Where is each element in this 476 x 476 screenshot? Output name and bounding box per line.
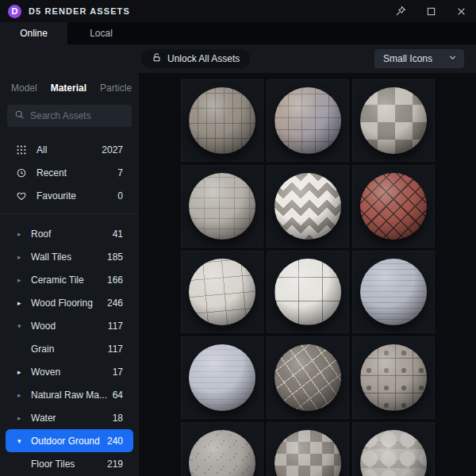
category-count: 219 bbox=[107, 459, 123, 470]
d5-logo: D bbox=[8, 5, 21, 18]
sidebar-item-all[interactable]: All2027 bbox=[0, 138, 139, 161]
category-label: Water bbox=[31, 413, 56, 424]
material-sphere-speckled-concrete bbox=[189, 430, 255, 476]
sidebar-item-count: 2027 bbox=[102, 144, 123, 155]
category-count: 240 bbox=[107, 436, 123, 447]
material-cell-white-stone-slabs[interactable] bbox=[181, 251, 263, 333]
category-label: Wood bbox=[31, 321, 56, 332]
tab-online[interactable]: Online bbox=[0, 22, 67, 44]
toolbar: Unlock All Assets Small Icons bbox=[0, 44, 476, 73]
category-count: 117 bbox=[108, 321, 123, 332]
maximize-icon[interactable] bbox=[426, 6, 436, 17]
chevron-right-icon: ▸ bbox=[17, 276, 27, 284]
material-cell-speckled-concrete[interactable] bbox=[181, 422, 263, 476]
category-count: 166 bbox=[107, 274, 123, 286]
category-count: 41 bbox=[113, 228, 123, 240]
asset-type-tabs: Model Material Particle bbox=[0, 79, 139, 102]
material-sphere-gray-stone-pavers bbox=[189, 87, 255, 154]
sidebar-item-count: 7 bbox=[117, 167, 123, 178]
chevron-right-icon: ▸ bbox=[17, 299, 27, 307]
material-cell-hexagon-tile[interactable] bbox=[352, 422, 435, 476]
chevron-down-icon: ▾ bbox=[17, 437, 27, 445]
sidebar-item-label: Favourite bbox=[36, 190, 76, 202]
material-cell-white-large-tiles[interactable] bbox=[267, 251, 349, 333]
icon-size-dropdown-value: Small Icons bbox=[383, 53, 432, 64]
category-item-ceramic-tile[interactable]: ▸Ceramic Tile166 bbox=[6, 268, 133, 291]
material-sphere-mixed-stone-tiles bbox=[274, 87, 341, 154]
category-item-natural-raw-ma[interactable]: ▸Natural Raw Ma...64 bbox=[6, 383, 133, 406]
category-label: Natural Raw Ma... bbox=[31, 390, 107, 401]
material-sphere-chevron-zigzag-tile bbox=[274, 173, 341, 240]
category-label: Outdoor Ground bbox=[31, 436, 100, 447]
category-label: Grain bbox=[31, 344, 54, 355]
chevron-right-icon: ▸ bbox=[17, 391, 27, 399]
titlebar: D D5 RENDER ASSETS bbox=[0, 0, 476, 22]
category-item-roof[interactable]: ▸Roof41 bbox=[6, 222, 133, 245]
category-item-water[interactable]: ▸Water18 bbox=[6, 406, 133, 429]
chevron-down-icon bbox=[448, 53, 457, 64]
category-label: Floor Tiles bbox=[31, 459, 75, 470]
material-cell-chevron-zigzag-tile[interactable] bbox=[267, 165, 349, 248]
category-label: Roof bbox=[31, 228, 51, 240]
materials-grid-area bbox=[139, 73, 476, 476]
sidebar-categories: ▸Roof41▸Wall Tiles185▸Ceramic Tile166▸Wo… bbox=[0, 222, 139, 475]
icon-size-dropdown[interactable]: Small Icons bbox=[374, 49, 464, 68]
sidebar-item-recent[interactable]: Recent7 bbox=[0, 161, 139, 184]
category-item-wood[interactable]: ▾Wood117 bbox=[6, 314, 133, 337]
search-icon bbox=[14, 109, 25, 123]
sidebar-divider bbox=[0, 213, 139, 214]
chevron-right-icon: ▸ bbox=[17, 368, 27, 376]
material-sphere-cracked-flagstone bbox=[274, 344, 341, 411]
material-sphere-hexagon-tile bbox=[360, 430, 427, 476]
material-sphere-ornate-pattern-tile bbox=[360, 344, 427, 411]
category-item-floor-tiles[interactable]: Floor Tiles219 bbox=[6, 452, 133, 475]
category-item-outdoor-ground[interactable]: ▾Outdoor Ground240 bbox=[6, 429, 133, 452]
tab-local[interactable]: Local bbox=[67, 22, 135, 44]
material-sphere-large-checker-concrete bbox=[360, 87, 427, 154]
category-label: Woven bbox=[31, 367, 60, 378]
category-item-wall-tiles[interactable]: ▸Wall Tiles185 bbox=[6, 245, 133, 268]
material-cell-gray-stone-pavers[interactable] bbox=[181, 79, 263, 162]
material-cell-red-herringbone-brick[interactable] bbox=[352, 165, 435, 248]
tab-material[interactable]: Material bbox=[51, 83, 86, 94]
window-controls bbox=[395, 6, 466, 17]
tab-particle[interactable]: Particle bbox=[100, 83, 132, 94]
category-count: 18 bbox=[113, 413, 123, 424]
material-cell-light-gray-brick[interactable] bbox=[181, 165, 263, 248]
sidebar-item-label: All bbox=[36, 144, 47, 155]
material-sphere-pale-blue-plank-siding bbox=[360, 259, 427, 325]
sidebar-item-label: Recent bbox=[36, 167, 67, 178]
material-cell-pale-blue-smooth-panel[interactable] bbox=[181, 336, 263, 419]
material-cell-ornate-pattern-tile[interactable] bbox=[352, 336, 435, 419]
material-cell-small-checker-concrete[interactable] bbox=[267, 422, 349, 476]
unlock-button-label: Unlock All Assets bbox=[167, 53, 240, 64]
material-cell-large-checker-concrete[interactable] bbox=[352, 79, 435, 162]
unlock-all-assets-button[interactable]: Unlock All Assets bbox=[141, 49, 250, 68]
category-item-grain[interactable]: Grain117 bbox=[6, 337, 133, 360]
category-label: Wood Flooring bbox=[31, 298, 93, 309]
sidebar-item-count: 0 bbox=[117, 190, 123, 202]
heart-icon bbox=[16, 190, 28, 202]
material-sphere-white-large-tiles bbox=[274, 259, 341, 325]
material-cell-pale-blue-plank-siding[interactable] bbox=[352, 251, 435, 333]
category-item-wood-flooring[interactable]: ▸Wood Flooring246 bbox=[6, 291, 133, 314]
material-sphere-red-herringbone-brick bbox=[360, 173, 427, 240]
material-cell-mixed-stone-tiles[interactable] bbox=[267, 79, 349, 162]
main-area: Model Material Particle All2027Recent7Fa… bbox=[0, 73, 476, 476]
category-count: 117 bbox=[108, 344, 123, 355]
sidebar-item-favourite[interactable]: Favourite0 bbox=[0, 184, 139, 207]
category-item-woven[interactable]: ▸Woven17 bbox=[6, 360, 133, 383]
search-input[interactable] bbox=[30, 110, 125, 121]
tab-model[interactable]: Model bbox=[11, 83, 37, 94]
close-icon[interactable] bbox=[456, 6, 466, 17]
material-cell-cracked-flagstone[interactable] bbox=[267, 336, 349, 419]
category-count: 246 bbox=[107, 298, 123, 309]
source-tabstrip: Online Local bbox=[0, 22, 476, 44]
category-label: Wall Tiles bbox=[31, 251, 71, 263]
pin-icon[interactable] bbox=[395, 6, 406, 17]
material-sphere-pale-blue-smooth-panel bbox=[189, 344, 255, 411]
sidebar-collections: All2027Recent7Favourite0 bbox=[0, 138, 139, 207]
category-count: 64 bbox=[113, 390, 123, 401]
sidebar: Model Material Particle All2027Recent7Fa… bbox=[0, 73, 139, 476]
material-sphere-white-stone-slabs bbox=[189, 259, 255, 325]
